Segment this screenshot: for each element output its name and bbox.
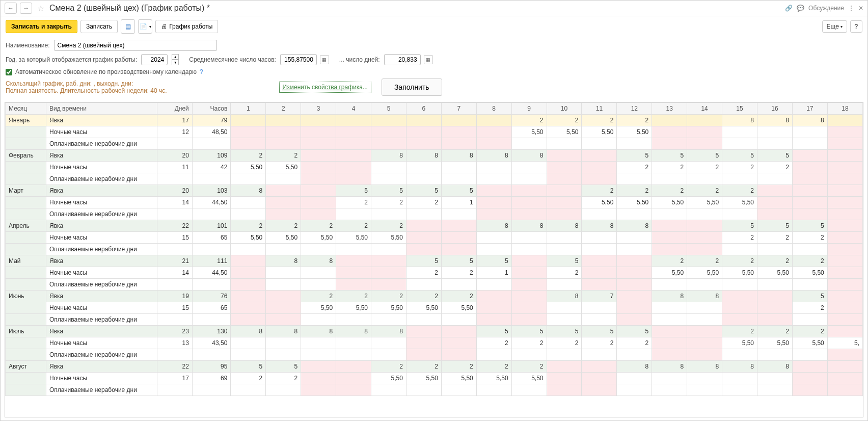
day-cell[interactable] [687, 138, 722, 150]
day-cell[interactable] [757, 279, 792, 291]
day-cell[interactable] [441, 126, 476, 138]
day-cell[interactable] [511, 255, 547, 267]
hours-cell[interactable] [192, 138, 231, 150]
day-cell[interactable]: 2 [617, 337, 652, 349]
day-cell[interactable] [827, 255, 862, 267]
hours-cell[interactable]: 101 [192, 220, 231, 232]
hours-cell[interactable]: 103 [192, 185, 231, 197]
day-cell[interactable] [617, 267, 652, 279]
day-cell[interactable]: 5,50 [231, 232, 266, 244]
print-menu-button[interactable]: 📄▾ [138, 19, 152, 34]
day-cell[interactable]: 5,50 [371, 302, 406, 314]
day-cell[interactable]: 2 [511, 361, 547, 373]
day-cell[interactable] [547, 232, 582, 244]
day-cell[interactable]: 2 [722, 162, 757, 173]
auto-update-checkbox[interactable] [6, 69, 12, 75]
day-cell[interactable]: 5 [792, 291, 827, 302]
day-cell[interactable] [757, 126, 792, 138]
day-cell[interactable]: 2 [336, 197, 371, 208]
day-cell[interactable] [687, 115, 722, 126]
table-row[interactable]: ИюльЯвка231308888855555222 [6, 326, 863, 337]
day-cell[interactable] [301, 197, 336, 208]
day-cell[interactable] [371, 162, 406, 173]
day-cell[interactable] [722, 244, 757, 255]
day-cell[interactable] [687, 244, 722, 255]
schedule-grid[interactable]: МесяцВид времениДнейЧасов123456789101112… [5, 102, 863, 417]
day-cell[interactable] [547, 314, 582, 326]
day-cell[interactable] [266, 126, 301, 138]
days-cell[interactable]: 11 [157, 162, 192, 173]
day-cell[interactable]: 8 [722, 115, 757, 126]
day-cell[interactable] [441, 162, 476, 173]
days-cell[interactable]: 21 [157, 255, 192, 267]
header-day-8[interactable]: 8 [476, 103, 511, 115]
avg-days-input[interactable] [384, 54, 421, 65]
day-cell[interactable]: 2 [231, 220, 266, 232]
day-cell[interactable] [652, 373, 687, 384]
header-day-18[interactable]: 18 [827, 103, 862, 115]
day-cell[interactable] [336, 162, 371, 173]
day-cell[interactable]: 8 [266, 255, 301, 267]
day-cell[interactable]: 5,50 [266, 232, 301, 244]
day-cell[interactable]: 2 [511, 337, 547, 349]
day-cell[interactable] [617, 384, 652, 396]
day-cell[interactable] [582, 150, 617, 162]
day-cell[interactable]: 8 [757, 361, 792, 373]
day-cell[interactable]: 5,50 [231, 162, 266, 173]
day-cell[interactable] [827, 208, 862, 220]
day-cell[interactable] [301, 162, 336, 173]
hours-cell[interactable]: 48,50 [192, 126, 231, 138]
day-cell[interactable]: 5,50 [617, 197, 652, 208]
day-cell[interactable] [441, 232, 476, 244]
day-cell[interactable] [266, 384, 301, 396]
day-cell[interactable] [301, 244, 336, 255]
day-cell[interactable]: 5,50 [371, 373, 406, 384]
table-row[interactable]: Ночные часы15655,505,505,505,505,50222 [6, 232, 863, 244]
schedule-button[interactable]: 🖨График работы [155, 20, 218, 33]
day-cell[interactable] [757, 197, 792, 208]
day-cell[interactable]: 5,50 [617, 126, 652, 138]
day-cell[interactable] [336, 337, 371, 349]
day-cell[interactable]: 8 [266, 326, 301, 337]
days-cell[interactable]: 14 [157, 197, 192, 208]
discuss-label[interactable]: Обсуждение [808, 5, 844, 12]
nav-back-button[interactable]: ← [5, 3, 17, 14]
day-cell[interactable]: 5 [617, 150, 652, 162]
day-cell[interactable] [547, 361, 582, 373]
save-button[interactable]: Записать [80, 20, 118, 33]
day-cell[interactable]: 5,50 [371, 232, 406, 244]
day-cell[interactable] [266, 208, 301, 220]
day-cell[interactable] [301, 384, 336, 396]
day-cell[interactable] [231, 279, 266, 291]
day-cell[interactable] [652, 244, 687, 255]
hours-cell[interactable]: 79 [192, 115, 231, 126]
header-day-2[interactable]: 2 [266, 103, 301, 115]
day-cell[interactable]: 5 [617, 326, 652, 337]
day-cell[interactable]: 5, [827, 337, 862, 349]
day-cell[interactable] [792, 349, 827, 361]
day-cell[interactable]: 2 [792, 232, 827, 244]
day-cell[interactable]: 2 [441, 267, 476, 279]
day-cell[interactable] [476, 115, 511, 126]
day-cell[interactable] [476, 197, 511, 208]
table-row[interactable]: Оплачиваемые нерабочие дни [6, 279, 863, 291]
header-day-13[interactable]: 13 [652, 103, 687, 115]
day-cell[interactable]: 8 [687, 361, 722, 373]
day-cell[interactable] [582, 267, 617, 279]
day-cell[interactable]: 2 [406, 361, 441, 373]
days-cell[interactable]: 14 [157, 267, 192, 279]
day-cell[interactable]: 5 [792, 220, 827, 232]
day-cell[interactable] [371, 255, 406, 267]
day-cell[interactable] [827, 150, 862, 162]
day-cell[interactable] [511, 173, 547, 185]
day-cell[interactable]: 8 [301, 255, 336, 267]
day-cell[interactable]: 5 [231, 361, 266, 373]
days-cell[interactable]: 22 [157, 220, 192, 232]
day-cell[interactable] [722, 373, 757, 384]
days-cell[interactable] [157, 279, 192, 291]
day-cell[interactable]: 2 [547, 115, 582, 126]
day-cell[interactable] [406, 326, 441, 337]
day-cell[interactable]: 5,50 [757, 267, 792, 279]
hours-cell[interactable]: 130 [192, 326, 231, 337]
day-cell[interactable]: 2 [441, 291, 476, 302]
